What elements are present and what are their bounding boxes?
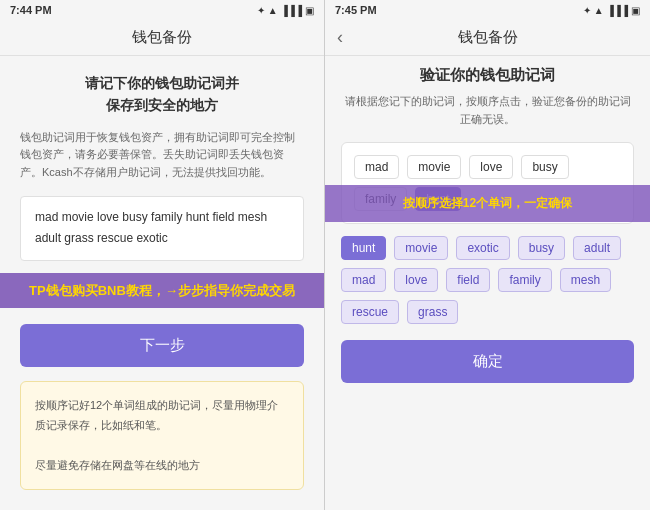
avail-mad[interactable]: mad xyxy=(341,268,386,292)
battery-icon: ▣ xyxy=(305,5,314,16)
tip-box: 按顺序记好12个单词组成的助记词，尽量用物理介质记录保存，比如纸和笔。尽量避免存… xyxy=(20,381,304,490)
selected-word-love[interactable]: love xyxy=(469,155,513,179)
avail-field[interactable]: field xyxy=(446,268,490,292)
next-button[interactable]: 下一步 xyxy=(20,324,304,367)
signal-icon: ▐▐▐ xyxy=(281,5,302,16)
back-button[interactable]: ‹ xyxy=(337,27,343,48)
avail-grass[interactable]: grass xyxy=(407,300,458,324)
left-status-icons: ✦ ▲ ▐▐▐ ▣ xyxy=(257,5,314,16)
wifi-icon: ▲ xyxy=(268,5,278,16)
confirm-button[interactable]: 确定 xyxy=(341,340,634,383)
avail-hunt[interactable]: hunt xyxy=(341,236,386,260)
left-content: 请记下你的钱包助记词并保存到安全的地方 钱包助记词用于恢复钱包资产，拥有助记词即… xyxy=(0,56,324,506)
mnemonic-display: mad movie love busy family hunt field me… xyxy=(20,196,304,261)
avail-busy[interactable]: busy xyxy=(518,236,565,260)
avail-exotic[interactable]: exotic xyxy=(456,236,509,260)
right-header: ‹ 钱包备份 xyxy=(325,20,650,56)
left-overlay-banner: TP钱包购买BNB教程，→步步指导你完成交易 xyxy=(0,273,324,309)
tip-text: 按顺序记好12个单词组成的助记词，尽量用物理介质记录保存，比如纸和笔。尽量避免存… xyxy=(35,399,278,470)
right-bluetooth-icon: ✦ xyxy=(583,5,591,16)
right-phone: 7:45 PM ✦ ▲ ▐▐▐ ▣ ‹ 钱包备份 验证你的钱包助记词 请根据您记… xyxy=(325,0,650,510)
verify-subtitle: 请根据您记下的助记词，按顺序点击，验证您备份的助记词正确无误。 xyxy=(341,93,634,128)
right-overlay: 按顺序选择12个单词，一定确保 xyxy=(325,185,650,222)
available-words-grid: hunt movie exotic busy adult mad love fi… xyxy=(341,236,634,324)
avail-rescue[interactable]: rescue xyxy=(341,300,399,324)
verify-content: 验证你的钱包助记词 请根据您记下的助记词，按顺序点击，验证您备份的助记词正确无误… xyxy=(325,56,650,393)
left-header-title: 钱包备份 xyxy=(132,28,192,47)
selected-word-mad[interactable]: mad xyxy=(354,155,399,179)
main-title: 请记下你的钱包助记词并保存到安全的地方 xyxy=(20,72,304,117)
right-signal-icon: ▐▐▐ xyxy=(607,5,628,16)
selected-word-movie[interactable]: movie xyxy=(407,155,461,179)
selected-word-busy[interactable]: busy xyxy=(521,155,568,179)
avail-family[interactable]: family xyxy=(498,268,551,292)
right-header-title: 钱包备份 xyxy=(458,28,518,47)
left-header: 钱包备份 xyxy=(0,20,324,56)
right-battery-icon: ▣ xyxy=(631,5,640,16)
right-wifi-icon: ▲ xyxy=(594,5,604,16)
avail-movie[interactable]: movie xyxy=(394,236,448,260)
warning-text: 钱包助记词用于恢复钱包资产，拥有助记词即可完全控制钱包资产，请务必要善保管。丢失… xyxy=(20,129,304,182)
right-time: 7:45 PM xyxy=(335,4,377,16)
avail-mesh[interactable]: mesh xyxy=(560,268,611,292)
verify-title: 验证你的钱包助记词 xyxy=(341,66,634,85)
left-phone: 7:44 PM ✦ ▲ ▐▐▐ ▣ 钱包备份 请记下你的钱包助记词并保存到安全的… xyxy=(0,0,325,510)
bluetooth-icon: ✦ xyxy=(257,5,265,16)
avail-adult[interactable]: adult xyxy=(573,236,621,260)
avail-love[interactable]: love xyxy=(394,268,438,292)
right-status-bar: 7:45 PM ✦ ▲ ▐▐▐ ▣ xyxy=(325,0,650,20)
left-time: 7:44 PM xyxy=(10,4,52,16)
left-status-bar: 7:44 PM ✦ ▲ ▐▐▐ ▣ xyxy=(0,0,324,20)
right-status-icons: ✦ ▲ ▐▐▐ ▣ xyxy=(583,5,640,16)
